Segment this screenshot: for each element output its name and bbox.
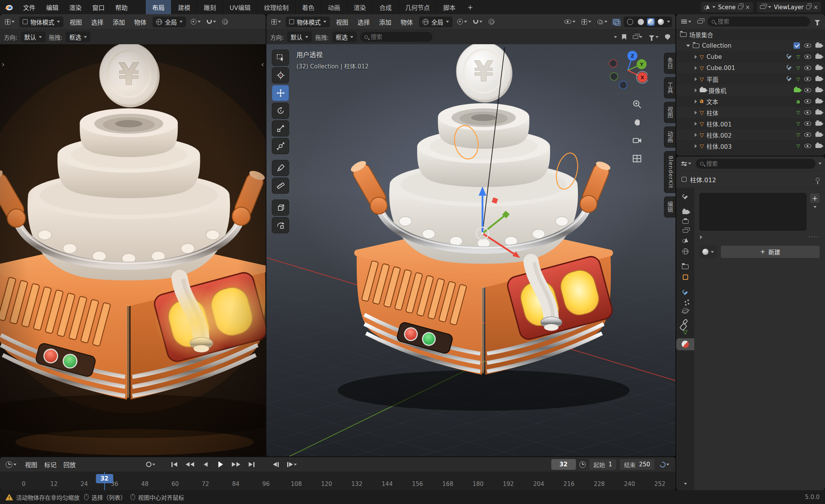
pin-icon[interactable]: [816, 178, 820, 181]
chevron-down-icon[interactable]: [614, 36, 617, 38]
menu-select[interactable]: 选择: [354, 16, 373, 28]
hide-render-toggle[interactable]: [815, 133, 822, 137]
orientation-dropdown[interactable]: 全局: [419, 17, 452, 27]
drag-value-dropdown[interactable]: 框选: [332, 32, 357, 42]
tab-object-data[interactable]: ▽: [676, 327, 694, 338]
editor-type-button[interactable]: [3, 18, 16, 26]
hide-viewport-toggle[interactable]: [804, 121, 811, 126]
expand-icon[interactable]: [695, 111, 697, 115]
xray-toggle[interactable]: [612, 18, 620, 25]
outliner-filter-button[interactable]: [813, 19, 822, 24]
viewport-search[interactable]: [360, 32, 432, 42]
expand-icon[interactable]: [695, 77, 697, 81]
playhead-badge[interactable]: 32: [96, 474, 113, 483]
snap-toggle[interactable]: [205, 19, 218, 25]
collection-checkbox[interactable]: [793, 42, 800, 49]
outliner-row-cylinder-001[interactable]: ▽ 柱体.001 ▽: [676, 118, 825, 129]
workspace-tab-texture-paint[interactable]: 纹理绘制: [257, 0, 295, 14]
expand-icon[interactable]: [695, 88, 697, 92]
sidebar-tab-edit[interactable]: 编辑: [664, 196, 675, 218]
expand-icon[interactable]: [700, 235, 702, 239]
menu-help[interactable]: 帮助: [111, 1, 132, 13]
hide-render-toggle[interactable]: [815, 88, 822, 92]
visibility-dropdown[interactable]: [563, 18, 577, 25]
workspace-tab-sculpting[interactable]: 雕刻: [197, 0, 223, 14]
tab-render[interactable]: [676, 208, 694, 216]
tab-world[interactable]: [676, 246, 694, 257]
outliner-row-cube-001[interactable]: ▽ Cube.001 ▽: [676, 62, 825, 73]
menu-view[interactable]: 视图: [67, 16, 85, 28]
tool-scale[interactable]: [272, 120, 289, 136]
workspace-tab-scripting[interactable]: 脚本: [436, 0, 462, 14]
display-mode-button[interactable]: [696, 19, 704, 25]
sidebar-expand-arrow[interactable]: ‹: [261, 60, 264, 68]
tool-select-box[interactable]: [272, 50, 289, 66]
next-keyframe-button[interactable]: [230, 459, 242, 470]
outliner-row-text[interactable]: a 文本 a: [676, 96, 825, 107]
workspace-tab-compositing[interactable]: 合成: [373, 0, 398, 14]
viewport-canvas-rendered[interactable]: › ‹: [0, 44, 266, 456]
timeline-menu-marker[interactable]: 标记: [41, 459, 60, 470]
auto-keying-toggle[interactable]: [144, 459, 157, 470]
hide-render-toggle[interactable]: [815, 121, 822, 126]
menu-window[interactable]: 窗口: [88, 1, 109, 13]
filter-button[interactable]: [647, 34, 660, 40]
tab-material[interactable]: [676, 338, 694, 350]
hide-viewport-toggle[interactable]: [804, 99, 811, 103]
security-button[interactable]: [664, 33, 672, 41]
outliner-row-cylinder[interactable]: ▽ 柱体 ▽: [676, 107, 825, 118]
outliner-search[interactable]: [707, 17, 810, 27]
menu-edit[interactable]: 编辑: [42, 1, 63, 13]
tool-cursor[interactable]: [272, 67, 289, 83]
tab-scene[interactable]: [676, 236, 694, 245]
proportional-editing-button[interactable]: [221, 18, 230, 26]
add-workspace-button[interactable]: +: [462, 0, 478, 14]
sidebar-tab-animation[interactable]: 动画: [664, 126, 675, 148]
outliner-row-cylinder-003[interactable]: ▽ 柱体.003 ▽: [676, 140, 825, 151]
properties-search-input[interactable]: [706, 160, 811, 167]
workspace-tab-rendering[interactable]: 渲染: [347, 0, 373, 14]
drag-handle[interactable]: ····: [808, 233, 819, 241]
tool-rotate[interactable]: [272, 103, 289, 119]
start-frame-field[interactable]: 起始1: [589, 459, 617, 470]
hide-render-toggle[interactable]: [815, 66, 822, 70]
menu-view[interactable]: 视图: [333, 16, 351, 28]
zoom-button[interactable]: [631, 98, 643, 110]
expand-icon[interactable]: [695, 133, 697, 137]
pivot-point-button[interactable]: [189, 18, 202, 26]
camera-view-button[interactable]: [631, 134, 643, 146]
chevron-down-icon[interactable]: [818, 163, 822, 165]
toolbar-expand-arrow[interactable]: ›: [2, 60, 5, 68]
hide-viewport-toggle[interactable]: [804, 110, 811, 115]
search-input[interactable]: [371, 33, 428, 40]
timeline-editor-type-button[interactable]: [4, 460, 18, 469]
tab-collection[interactable]: [676, 262, 694, 271]
outliner-row-collection[interactable]: Collection: [676, 40, 825, 51]
workspace-tab-animation[interactable]: 动画: [321, 0, 347, 14]
play-button[interactable]: [215, 459, 226, 470]
viewport-canvas-material[interactable]: 用户透视 (32) Collection | 柱体.012: [266, 44, 675, 456]
play-reverse-button[interactable]: [200, 459, 211, 470]
tool-measure[interactable]: [272, 178, 289, 194]
menu-add[interactable]: 添加: [110, 16, 128, 28]
hide-render-toggle[interactable]: [815, 110, 822, 115]
orientation-value-dropdown[interactable]: 默认: [21, 32, 45, 42]
next-frame-button[interactable]: [285, 459, 299, 470]
workspace-tab-shading[interactable]: 着色: [295, 0, 321, 14]
hide-viewport-toggle[interactable]: [804, 88, 811, 92]
menu-object[interactable]: 物体: [131, 16, 150, 28]
viewlayer-selector[interactable]: ViewLayer ×: [757, 2, 821, 12]
expand-icon[interactable]: [695, 122, 697, 126]
hide-viewport-toggle[interactable]: [804, 77, 811, 81]
tab-tool[interactable]: [676, 192, 694, 202]
shading-material-button[interactable]: [647, 18, 655, 26]
shading-wireframe-button[interactable]: [625, 18, 635, 26]
outliner-row-camera[interactable]: 摄像机: [676, 85, 825, 96]
tab-physics[interactable]: [676, 306, 694, 316]
chevron-down-icon[interactable]: [684, 483, 687, 485]
menu-add[interactable]: 添加: [376, 16, 394, 28]
proportional-editing-button[interactable]: [487, 18, 496, 26]
remove-viewlayer-button[interactable]: ×: [813, 4, 818, 11]
mode-dropdown[interactable]: 物体模式: [19, 17, 63, 27]
collapse-icon[interactable]: [686, 45, 690, 47]
